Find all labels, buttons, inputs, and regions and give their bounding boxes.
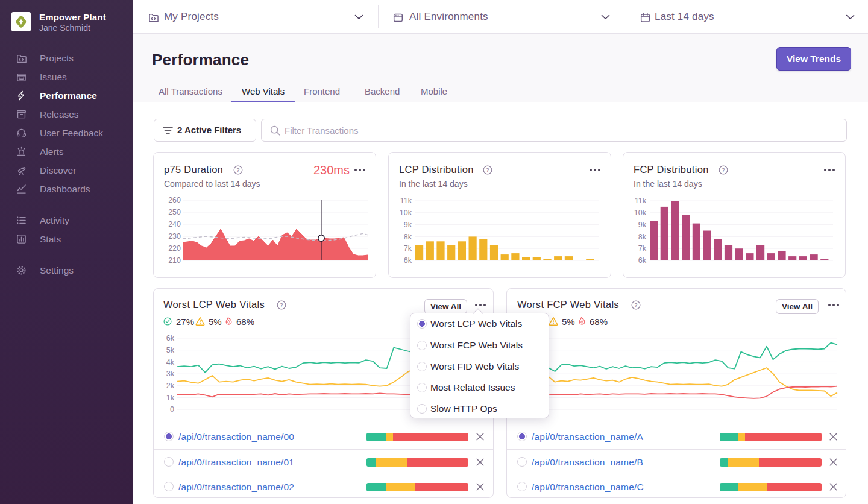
- svg-text:10k: 10k: [634, 209, 647, 217]
- svg-text:7k: 7k: [638, 244, 647, 253]
- svg-text:8k: 8k: [638, 233, 647, 241]
- svg-text:11k: 11k: [635, 197, 647, 205]
- svg-text:250: 250: [168, 208, 181, 216]
- svg-text:2k: 2k: [166, 382, 175, 390]
- svg-text:4k: 4k: [166, 358, 175, 367]
- svg-text:9k: 9k: [404, 221, 412, 229]
- svg-text:6k: 6k: [166, 334, 175, 342]
- svg-text:220: 220: [168, 244, 181, 253]
- svg-text:?: ?: [236, 166, 239, 173]
- svg-text:10k: 10k: [400, 209, 412, 217]
- svg-text:6k: 6k: [404, 256, 412, 265]
- svg-text:?: ?: [486, 166, 489, 173]
- svg-text:?: ?: [722, 166, 725, 173]
- svg-text:260: 260: [168, 196, 181, 204]
- svg-text:8k: 8k: [404, 233, 412, 241]
- svg-text:1k: 1k: [166, 394, 175, 402]
- svg-text:7k: 7k: [404, 244, 412, 253]
- svg-text:240: 240: [168, 220, 181, 228]
- svg-text:5k: 5k: [166, 346, 175, 354]
- svg-text:0: 0: [170, 405, 174, 414]
- svg-text:3k: 3k: [166, 370, 175, 378]
- svg-text:230: 230: [168, 232, 181, 241]
- svg-text:11k: 11k: [400, 197, 412, 205]
- svg-text:9k: 9k: [638, 221, 647, 229]
- svg-text:?: ?: [634, 301, 637, 308]
- svg-text:6k: 6k: [638, 256, 647, 265]
- svg-text:210: 210: [168, 256, 181, 265]
- svg-text:?: ?: [280, 301, 283, 308]
